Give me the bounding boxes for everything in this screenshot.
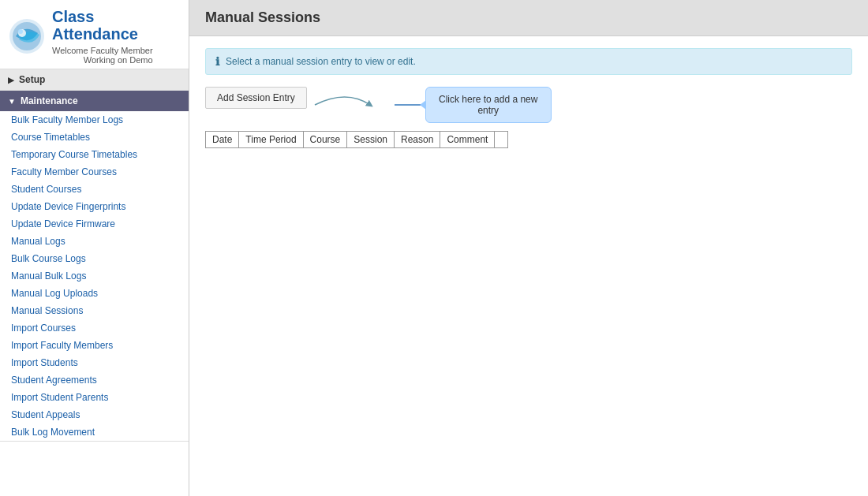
sidebar-item-manual-sessions[interactable]: Manual Sessions [0,302,189,319]
logo-area: Class Attendance Welcome Faculty Member … [0,0,189,69]
table-header-session: Session [347,132,395,148]
sidebar-item-import-courses[interactable]: Import Courses [0,319,189,337]
sidebar-item-import-student-parents[interactable]: Import Student Parents [0,389,189,406]
session-table: DateTime PeriodCourseSessionReasonCommen… [205,131,508,148]
sidebar-item-temporary-course-timetables[interactable]: Temporary Course Timetables [0,146,189,163]
sidebar-item-manual-log-uploads[interactable]: Manual Log Uploads [0,285,189,302]
add-session-button[interactable]: Add Session Entry [205,87,307,109]
sidebar: Class Attendance Welcome Faculty Member … [0,0,189,496]
page-title: Manual Sessions [205,9,852,26]
main-header: Manual Sessions [189,0,868,36]
maintenance-arrow-icon: ▼ [8,97,16,106]
sidebar-item-student-courses[interactable]: Student Courses [0,181,189,198]
setup-arrow-icon: ▶ [8,76,14,84]
sidebar-item-manual-logs[interactable]: Manual Logs [0,233,189,250]
setup-section: ▶ Setup [0,69,189,91]
main-content: Manual Sessions ℹ Select a manual sessio… [189,0,868,496]
sidebar-item-import-students[interactable]: Import Students [0,354,189,371]
table-header-row: DateTime PeriodCourseSessionReasonCommen… [206,132,508,148]
sidebar-item-update-device-fingerprints[interactable]: Update Device Fingerprints [0,198,189,215]
maintenance-header[interactable]: ▼ Maintenance [0,91,189,111]
callout-box: Click here to add a new entry [425,87,552,123]
sidebar-item-import-faculty-members[interactable]: Import Faculty Members [0,337,189,354]
svg-point-3 [18,29,23,34]
table-header-time-period: Time Period [239,132,303,148]
sidebar-item-bulk-log-movement[interactable]: Bulk Log Movement [0,423,189,441]
callout-container: Click here to add a new entry [315,87,552,123]
info-icon: ℹ [215,55,219,68]
callout-arrow-svg [315,89,378,121]
app-logo-icon [8,17,46,55]
sidebar-item-faculty-member-courses[interactable]: Faculty Member Courses [0,163,189,181]
sidebar-item-update-device-firmware[interactable]: Update Device Firmware [0,215,189,233]
setup-header[interactable]: ▶ Setup [0,69,189,90]
table-header-comment: Comment [440,132,495,148]
welcome-message: Welcome Faculty Member Working on Demo [52,46,153,65]
logo-text: Class Attendance Welcome Faculty Member … [52,8,153,65]
info-message: Select a manual session entry to view or… [226,56,416,67]
sidebar-item-bulk-course-logs[interactable]: Bulk Course Logs [0,250,189,267]
maintenance-section: ▼ Maintenance Bulk Faculty Member LogsCo… [0,91,189,442]
sidebar-scroll[interactable]: ▶ Setup ▼ Maintenance Bulk Faculty Membe… [0,69,189,496]
sidebar-items-list: Bulk Faculty Member LogsCourse Timetable… [0,111,189,441]
app-title: Class Attendance [52,8,153,43]
sidebar-item-course-timetables[interactable]: Course Timetables [0,129,189,146]
main-body: ℹ Select a manual session entry to view … [189,36,868,496]
table-head: DateTime PeriodCourseSessionReasonCommen… [206,132,508,148]
sidebar-item-student-agreements[interactable]: Student Agreements [0,371,189,389]
info-bar: ℹ Select a manual session entry to view … [205,48,852,75]
table-header-reason: Reason [395,132,440,148]
table-header-course: Course [303,132,347,148]
sidebar-item-bulk-faculty-member-logs[interactable]: Bulk Faculty Member Logs [0,111,189,129]
table-header-date: Date [206,132,239,148]
action-area: Add Session Entry Click here to add a ne… [205,87,852,123]
sidebar-item-student-appeals[interactable]: Student Appeals [0,406,189,423]
table-header-action [495,132,508,148]
sidebar-item-manual-bulk-logs[interactable]: Manual Bulk Logs [0,267,189,285]
